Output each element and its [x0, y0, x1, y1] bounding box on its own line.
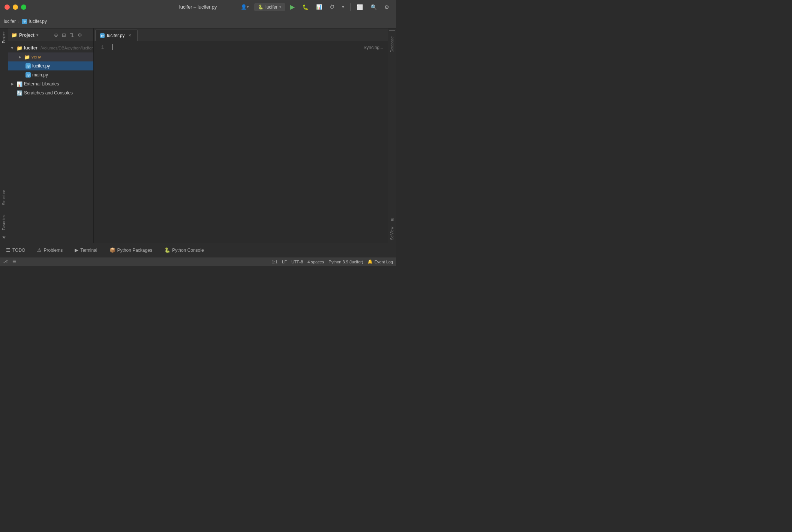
- editor-tab-bar: py lucifer.py ✕: [94, 28, 388, 41]
- python-icon: 🐍: [258, 4, 264, 10]
- breadcrumb-file[interactable]: lucifer.py: [29, 19, 47, 24]
- menu-icon: ☰: [12, 259, 16, 264]
- problems-label: Problems: [44, 248, 63, 253]
- todo-icon: ☰: [6, 247, 10, 253]
- app-container: lucifer – lucifer.py 👤 ▾ 🐍 lucifer ▾ ▶ 🐛…: [0, 0, 396, 266]
- more-run-button[interactable]: ▾: [340, 3, 346, 10]
- root-folder-path: /Volumes/DBA/python/lucifer: [40, 46, 93, 50]
- sciview-panel-label[interactable]: SciView: [389, 225, 395, 241]
- status-encoding[interactable]: UTF-8: [291, 260, 303, 264]
- panel-close-button[interactable]: −: [84, 31, 90, 39]
- tab-lucifer-py[interactable]: py lucifer.py ✕: [95, 30, 138, 41]
- left-panel-labels: Project Structure Favorites ★: [0, 28, 8, 243]
- project-panel-label[interactable]: Project: [0, 28, 8, 46]
- editor[interactable]: 1 Syncing...: [94, 41, 388, 243]
- panel-title: 📁 Project ▾: [11, 32, 38, 38]
- bottom-tab-python-packages[interactable]: 📦 Python Packages: [106, 246, 155, 254]
- run-config-label: lucifer: [266, 4, 278, 10]
- ext-libs-icon: 📊: [16, 81, 22, 87]
- run-config-button[interactable]: 🐍 lucifer ▾: [254, 3, 285, 11]
- profile-button[interactable]: ⏱: [327, 3, 337, 11]
- root-folder-name: lucifer: [24, 45, 38, 51]
- venv-folder-name: venv: [32, 54, 41, 60]
- status-interpreter[interactable]: Python 3.9 (lucifer): [328, 260, 363, 264]
- text-cursor: [112, 44, 112, 50]
- project-panel: 📁 Project ▾ ⊕ ⊟ ⇅ ⚙ − ▶ 📁 lucifer: [8, 28, 94, 243]
- panel-header: 📁 Project ▾ ⊕ ⊟ ⇅ ⚙ −: [8, 28, 93, 42]
- encoding-text: UTF-8: [291, 260, 303, 264]
- close-button[interactable]: [4, 4, 10, 10]
- bottom-tab-python-console[interactable]: 🐍 Python Console: [161, 246, 207, 254]
- line-ending-text: LF: [282, 260, 287, 264]
- status-git-icon[interactable]: ⎇: [3, 259, 8, 264]
- editor-content[interactable]: Syncing...: [107, 41, 388, 243]
- scratches-icon: 🔄: [16, 90, 22, 96]
- panel-dropdown-arrow[interactable]: ▾: [36, 33, 38, 37]
- vcs-button[interactable]: 👤 ▾: [238, 3, 251, 11]
- maximize-button[interactable]: [21, 4, 26, 10]
- status-event-log[interactable]: 🔔 Event Log: [368, 259, 393, 264]
- collapse-all-button[interactable]: ⊟: [60, 31, 68, 39]
- status-cursor-position[interactable]: 1:1: [272, 260, 278, 264]
- bottom-tab-terminal[interactable]: ▶ Terminal: [72, 246, 100, 254]
- tree-item-root[interactable]: ▶ 📁 lucifer /Volumes/DBA/python/lucifer: [8, 43, 93, 52]
- right-grip-icon: [389, 30, 395, 31]
- tree-item-main-py[interactable]: py main.py: [8, 70, 93, 79]
- right-grid-icon[interactable]: ⊞: [389, 216, 396, 223]
- structure-panel-label[interactable]: Structure: [0, 187, 8, 208]
- minimize-button[interactable]: [13, 4, 18, 10]
- database-panel-label[interactable]: Database: [389, 35, 395, 54]
- tree-arrow-root: ▶: [10, 45, 15, 51]
- tree-item-scratches[interactable]: 🔄 Scratches and Consoles: [8, 88, 93, 97]
- bottom-tab-problems[interactable]: ⚠ Problems: [34, 246, 66, 254]
- status-line-ending[interactable]: LF: [282, 260, 287, 264]
- root-folder-icon: 📁: [16, 45, 22, 51]
- coverage-button[interactable]: 📊: [314, 3, 324, 11]
- cursor-pos-text: 1:1: [272, 260, 278, 264]
- traffic-lights: [4, 4, 26, 10]
- panel-divider: [2, 210, 7, 210]
- add-file-button[interactable]: ⊕: [52, 31, 60, 39]
- tab-label: lucifer.py: [107, 33, 124, 38]
- vcs-dropdown-arrow: ▾: [247, 4, 249, 9]
- tree-item-ext-libs[interactable]: ▶ 📊 External Libraries: [8, 79, 93, 88]
- bottom-tab-todo[interactable]: ☰ TODO: [3, 246, 28, 254]
- tab-close-button[interactable]: ✕: [127, 33, 133, 39]
- status-menu-icon[interactable]: ☰: [12, 259, 16, 264]
- git-branch-icon: ⎇: [3, 259, 8, 264]
- problems-icon: ⚠: [37, 247, 42, 253]
- search-everywhere-button[interactable]: 🔍: [368, 3, 379, 11]
- settings-button[interactable]: ⚙: [382, 3, 392, 11]
- event-log-icon: 🔔: [368, 259, 373, 264]
- sort-button[interactable]: ⇅: [68, 31, 75, 39]
- config-dropdown-arrow: ▾: [279, 5, 281, 9]
- file-icon-nav: py: [22, 19, 27, 24]
- scratches-name: Scratches and Consoles: [24, 90, 73, 96]
- tree-item-venv[interactable]: ▶ 📁 venv: [8, 52, 93, 61]
- python-console-icon: 🐍: [164, 247, 170, 253]
- person-icon: 👤: [241, 4, 247, 10]
- status-bar-right: 1:1 LF UTF-8 4 spaces Python 3.9 (lucife…: [272, 259, 393, 264]
- debug-button[interactable]: 🐛: [300, 3, 311, 11]
- tree-item-lucifer-py[interactable]: py lucifer.py: [8, 61, 93, 70]
- line-numbers: 1: [94, 41, 107, 243]
- panel-settings-button[interactable]: ⚙: [76, 31, 84, 39]
- line-number-1: 1: [94, 44, 104, 51]
- title-bar: lucifer – lucifer.py 👤 ▾ 🐍 lucifer ▾ ▶ 🐛…: [0, 0, 396, 14]
- tree-arrow-venv: ▶: [17, 54, 22, 60]
- favorites-star-icon: ★: [2, 235, 6, 240]
- breadcrumb-project[interactable]: lucifer: [4, 19, 16, 24]
- editor-area: py lucifer.py ✕ 1 Syncing...: [94, 28, 388, 243]
- run-button[interactable]: ▶: [288, 3, 297, 11]
- venv-folder-icon: 📁: [24, 54, 30, 60]
- interpreter-text: Python 3.9 (lucifer): [328, 260, 363, 264]
- layout-button[interactable]: ⬜: [354, 3, 365, 11]
- python-packages-label: Python Packages: [117, 248, 152, 253]
- main-py-name: main.py: [32, 72, 48, 78]
- tree-arrow-ext-libs: ▶: [10, 81, 15, 87]
- syncing-status: Syncing...: [363, 44, 383, 51]
- tab-file-icon: py: [100, 33, 105, 38]
- main-py-icon: py: [26, 72, 31, 78]
- favorites-panel-label[interactable]: Favorites: [0, 212, 8, 233]
- status-indent[interactable]: 4 spaces: [308, 260, 324, 264]
